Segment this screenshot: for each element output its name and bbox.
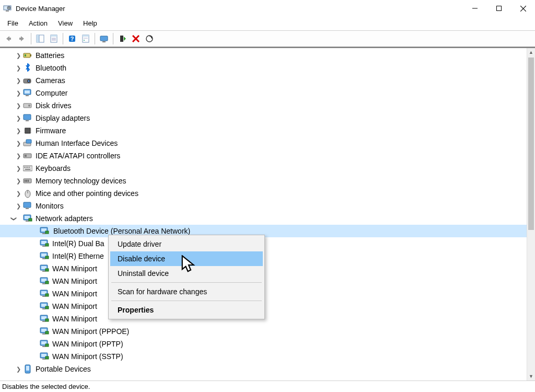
expand-icon[interactable]: ❯ <box>15 177 22 185</box>
svg-rect-92 <box>45 281 49 284</box>
network-adapter-icon <box>40 239 49 248</box>
svg-text:?: ? <box>71 36 74 42</box>
tree-category-memory-tech[interactable]: ❯ Memory technology devices <box>0 175 527 187</box>
tree-category-firmware[interactable]: ❯ Firmware <box>0 124 527 137</box>
scroll-down-button[interactable]: ▼ <box>527 372 535 381</box>
scroll-thumb[interactable] <box>528 57 534 230</box>
menu-file[interactable]: File <box>2 18 24 29</box>
firmware-icon <box>23 126 32 135</box>
context-scan-hardware[interactable]: Scan for hardware changes <box>110 284 263 299</box>
tree-label: Portable Devices <box>36 365 91 373</box>
vertical-scrollbar[interactable]: ▲ ▼ <box>527 48 535 381</box>
menu-view[interactable]: View <box>53 18 78 29</box>
menu-bar: File Action View Help <box>0 17 535 30</box>
tree-category-hid[interactable]: ❯ Human Interface Devices <box>0 137 527 149</box>
battery-icon <box>23 51 32 60</box>
expand-icon[interactable]: ❯ <box>15 202 22 210</box>
tree-category-portable-devices[interactable]: ❯ Portable Devices <box>0 363 527 375</box>
toolbar-separator <box>63 33 63 44</box>
svg-rect-44 <box>25 128 30 133</box>
collapse-icon[interactable]: ❯ <box>10 215 18 222</box>
toolbar-separator <box>95 33 95 44</box>
window-controls <box>463 0 535 17</box>
uninstall-device-button[interactable] <box>130 32 142 45</box>
menu-action[interactable]: Action <box>24 18 53 29</box>
expand-icon[interactable]: ❯ <box>15 190 22 197</box>
tree-label: Intel(R) Etherne <box>52 252 104 260</box>
svg-rect-9 <box>19 38 22 40</box>
network-adapter-icon <box>40 289 49 298</box>
back-button[interactable] <box>2 32 15 45</box>
tree-label: WAN Miniport (SSTP) <box>52 352 123 361</box>
expand-icon[interactable]: ❯ <box>15 140 22 147</box>
svg-rect-115 <box>42 359 45 360</box>
scan-hardware-button[interactable] <box>143 32 156 45</box>
expand-icon[interactable]: ❯ <box>15 52 22 59</box>
close-button[interactable] <box>511 0 535 17</box>
context-disable-device[interactable]: Disable device <box>110 251 263 266</box>
scroll-up-button[interactable]: ▲ <box>527 48 535 56</box>
context-separator <box>111 301 262 301</box>
expand-icon[interactable]: ❯ <box>15 89 22 97</box>
tree-category-keyboards[interactable]: ❯ Keyboards <box>0 162 527 175</box>
disk-drive-icon <box>23 101 32 110</box>
context-separator <box>111 282 262 283</box>
svg-point-41 <box>28 105 30 107</box>
svg-rect-21 <box>83 35 89 37</box>
update-driver-button[interactable] <box>98 32 110 45</box>
expand-icon[interactable]: ❯ <box>15 365 22 373</box>
tree-category-batteries[interactable]: ❯ Batteries <box>0 49 527 62</box>
svg-point-29 <box>146 36 153 42</box>
svg-rect-112 <box>45 344 49 347</box>
expand-icon[interactable]: ❯ <box>15 102 22 109</box>
tree-category-disk-drives[interactable]: ❯ Disk drives <box>0 99 527 112</box>
context-uninstall-device[interactable]: Uninstall device <box>110 266 263 281</box>
device-tree[interactable]: ❯ Batteries ❯ Bluetooth ❯ Cameras ❯ Comp… <box>0 48 527 381</box>
expand-icon[interactable]: ❯ <box>15 152 22 159</box>
svg-rect-14 <box>51 35 57 37</box>
svg-rect-116 <box>45 356 49 359</box>
tree-category-bluetooth[interactable]: ❯ Bluetooth <box>0 62 527 74</box>
svg-rect-80 <box>45 244 49 246</box>
expand-icon[interactable]: ❯ <box>15 114 22 122</box>
action-properties-button[interactable] <box>79 32 92 45</box>
tree-item-wan-miniport-pppoe[interactable]: WAN Miniport (PPPOE) <box>0 325 527 338</box>
network-adapter-icon <box>40 302 49 311</box>
svg-rect-54 <box>25 155 27 157</box>
tree-label: Network adapters <box>36 214 93 223</box>
properties-button[interactable] <box>48 32 60 45</box>
context-update-driver[interactable]: Update driver <box>110 237 263 251</box>
expand-icon[interactable]: ❯ <box>15 127 22 134</box>
forward-button[interactable] <box>16 32 28 45</box>
svg-rect-75 <box>42 233 45 234</box>
svg-rect-88 <box>45 269 49 271</box>
tree-label: WAN Miniport (PPTP) <box>52 340 123 348</box>
tree-item-wan-miniport-sstp[interactable]: WAN Miniport (SSTP) <box>0 350 527 363</box>
window-title: Device Manager <box>16 5 65 13</box>
tree-category-network-adapters[interactable]: ❯ Network adapters <box>0 212 527 225</box>
minimize-button[interactable] <box>463 0 487 17</box>
tree-category-mice[interactable]: ❯ Mice and other pointing devices <box>0 187 527 200</box>
expand-icon[interactable]: ❯ <box>15 165 22 172</box>
tree-category-display-adapters[interactable]: ❯ Display adapters <box>0 112 527 124</box>
tree-label: Mice and other pointing devices <box>36 189 138 198</box>
tree-category-computer[interactable]: ❯ Computer <box>0 87 527 99</box>
svg-rect-67 <box>24 202 31 207</box>
tree-category-cameras[interactable]: ❯ Cameras <box>0 74 527 87</box>
context-properties[interactable]: Properties <box>110 303 263 317</box>
expand-icon[interactable]: ❯ <box>15 64 22 72</box>
tree-label: Intel(R) Dual Ba <box>52 239 104 248</box>
menu-help[interactable]: Help <box>78 18 102 29</box>
maximize-button[interactable] <box>487 0 511 17</box>
svg-rect-25 <box>102 41 106 42</box>
tree-category-ide[interactable]: ❯ IDE ATA/ATAPI controllers <box>0 149 527 162</box>
tree-item-wan-miniport-pptp[interactable]: WAN Miniport (PPTP) <box>0 338 527 350</box>
help-button[interactable]: ? <box>66 32 78 45</box>
show-hide-console-tree-button[interactable] <box>34 32 46 45</box>
svg-rect-64 <box>28 180 29 182</box>
svg-rect-52 <box>26 140 31 143</box>
enable-device-button[interactable] <box>116 32 129 45</box>
expand-icon[interactable]: ❯ <box>15 77 22 84</box>
svg-rect-84 <box>45 256 49 259</box>
tree-category-monitors[interactable]: ❯ Monitors <box>0 200 527 212</box>
